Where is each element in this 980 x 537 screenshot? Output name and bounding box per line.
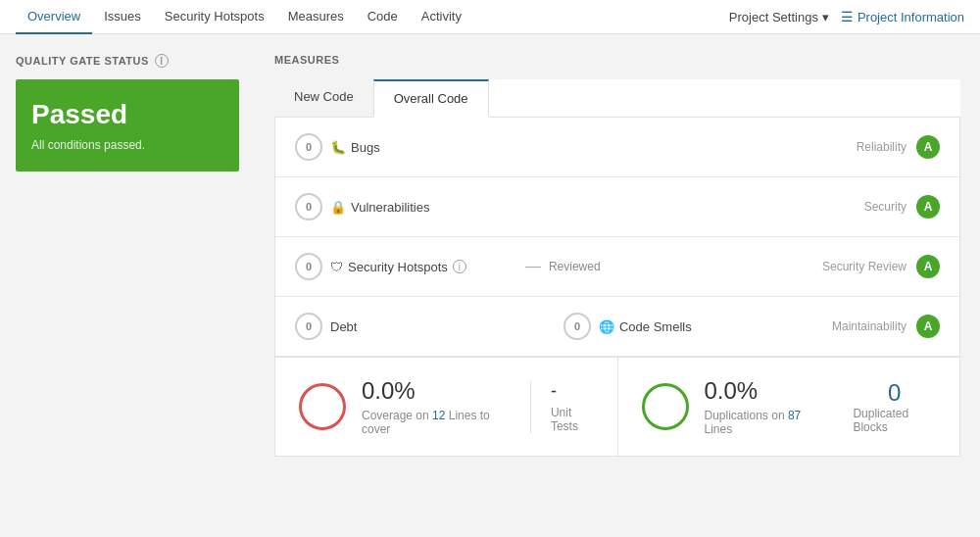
sidebar: QUALITY GATE STATUS i Passed All conditi… — [0, 34, 255, 537]
dup-blocks-value: 0 — [888, 379, 901, 407]
nav-item-security-hotspots[interactable]: Security Hotspots — [153, 0, 276, 34]
maintainability-grade: A — [916, 315, 940, 338]
unit-tests-section: - Unit Tests — [530, 381, 594, 433]
bugs-ring: 0 — [295, 133, 322, 161]
maintainability-label: Maintainability — [832, 319, 906, 333]
hotspots-name[interactable]: 🛡 Security Hotspots i — [330, 260, 466, 274]
duplicated-blocks-section: 0 Duplicated Blocks — [853, 379, 936, 434]
debt-name[interactable]: Debt — [330, 319, 357, 334]
nav-item-overview[interactable]: Overview — [16, 0, 92, 34]
security-review-label: Security Review — [822, 260, 906, 273]
vulnerabilities-row: 0 🔒 Vulnerabilities Security A — [275, 177, 959, 237]
shield-icon: 🛡 — [330, 260, 343, 274]
vuln-value-group: 0 🔒 Vulnerabilities — [295, 193, 432, 220]
maintainability-right: Maintainability A — [832, 315, 940, 338]
nav-item-code[interactable]: Code — [356, 0, 410, 34]
dash-separator: — — [525, 258, 541, 275]
nav-items: Overview Issues Security Hotspots Measur… — [16, 0, 729, 34]
content-area: MEASURES New Code Overall Code 0 🐛 Bugs … — [255, 34, 980, 537]
bottom-row: 0.0% Coverage on 12 Lines to cover - Uni… — [275, 357, 959, 456]
coverage-sub: Coverage on 12 Lines to cover — [362, 409, 495, 436]
reviewed-label: Reviewed — [549, 260, 601, 273]
debt-ring: 0 — [295, 313, 322, 340]
duplications-cell: 0.0% Duplications on 87 Lines 0 Duplicat… — [618, 358, 960, 456]
measures-title: MEASURES — [274, 54, 960, 66]
security-grade: A — [916, 195, 940, 219]
coverage-pct: 0.0% — [362, 377, 495, 405]
hotspots-middle: — Reviewed — [525, 258, 601, 275]
quality-gate-description: All conditions passed. — [31, 138, 223, 152]
hotspots-row: 0 🛡 Security Hotspots i — Reviewed Secur… — [275, 237, 959, 297]
codesmells-ring: 0 — [564, 313, 591, 340]
codesmells-group: 0 🌐 Code Smells — [564, 313, 832, 340]
bugs-row: 0 🐛 Bugs Reliability A — [275, 118, 959, 177]
vuln-ring: 0 — [295, 193, 322, 220]
codesmells-name[interactable]: 🌐 Code Smells — [599, 319, 692, 334]
coverage-info: 0.0% Coverage on 12 Lines to cover — [362, 377, 495, 436]
measures-tabs: New Code Overall Code — [274, 79, 960, 117]
bugs-right: Reliability A — [857, 135, 940, 159]
nav-item-measures[interactable]: Measures — [276, 0, 356, 34]
codesmell-icon: 🌐 — [599, 319, 614, 334]
quality-gate-status: Passed — [31, 99, 223, 130]
bugs-value-group: 0 🐛 Bugs — [295, 133, 432, 161]
project-info-label: Project Information — [858, 10, 964, 24]
nav-right: Project Settings ▾ ☰ Project Information — [729, 9, 964, 24]
debt-group: 0 Debt — [295, 313, 564, 340]
debt-codesmells-row: 0 Debt 0 🌐 Code Smells Maintainability A — [275, 297, 959, 357]
unit-tests-value: - — [551, 381, 594, 402]
coverage-cell: 0.0% Coverage on 12 Lines to cover - Uni… — [275, 358, 618, 456]
dup-blocks-label: Duplicated Blocks — [853, 407, 936, 434]
quality-gate-label: QUALITY GATE STATUS i — [16, 54, 239, 68]
tab-overall-code[interactable]: Overall Code — [373, 79, 489, 118]
vuln-right: Security A — [864, 195, 940, 219]
unit-tests-label: Unit Tests — [551, 406, 594, 433]
reliability-label: Reliability — [857, 140, 906, 154]
project-settings-label: Project Settings — [729, 10, 818, 24]
reliability-grade: A — [916, 135, 940, 159]
tab-new-code[interactable]: New Code — [274, 79, 373, 117]
vuln-name[interactable]: 🔒 Vulnerabilities — [330, 200, 429, 215]
main-layout: QUALITY GATE STATUS i Passed All conditi… — [0, 34, 980, 537]
hotspots-right: Security Review A — [822, 255, 940, 278]
duplications-pct: 0.0% — [705, 377, 818, 405]
duplications-ring — [642, 383, 689, 430]
list-icon: ☰ — [841, 9, 854, 24]
duplications-sub: Duplications on 87 Lines — [705, 409, 818, 436]
measures-panel: 0 🐛 Bugs Reliability A 0 🔒 Vu — [274, 117, 960, 457]
bug-icon: 🐛 — [330, 140, 346, 155]
project-info-link[interactable]: ☰ Project Information — [841, 9, 964, 24]
nav-item-activity[interactable]: Activity — [410, 0, 473, 34]
hotspots-value-group: 0 🛡 Security Hotspots i — [295, 253, 466, 280]
lock-icon: 🔒 — [330, 200, 346, 215]
security-review-grade: A — [916, 255, 940, 278]
coverage-lines-link[interactable]: 12 — [432, 409, 445, 422]
chevron-down-icon: ▾ — [822, 10, 829, 24]
quality-gate-info-icon[interactable]: i — [155, 54, 169, 68]
project-settings-button[interactable]: Project Settings ▾ — [729, 10, 829, 24]
top-navigation: Overview Issues Security Hotspots Measur… — [0, 0, 980, 34]
nav-item-issues[interactable]: Issues — [92, 0, 153, 34]
security-label: Security — [864, 200, 906, 214]
dup-lines-link[interactable]: 87 — [788, 409, 801, 422]
hotspots-info-icon[interactable]: i — [453, 260, 466, 273]
coverage-ring — [299, 383, 346, 430]
duplications-info: 0.0% Duplications on 87 Lines — [705, 377, 818, 436]
bugs-name[interactable]: 🐛 Bugs — [330, 140, 380, 155]
hotspots-ring: 0 — [295, 253, 322, 280]
quality-gate-box: Passed All conditions passed. — [16, 79, 239, 171]
